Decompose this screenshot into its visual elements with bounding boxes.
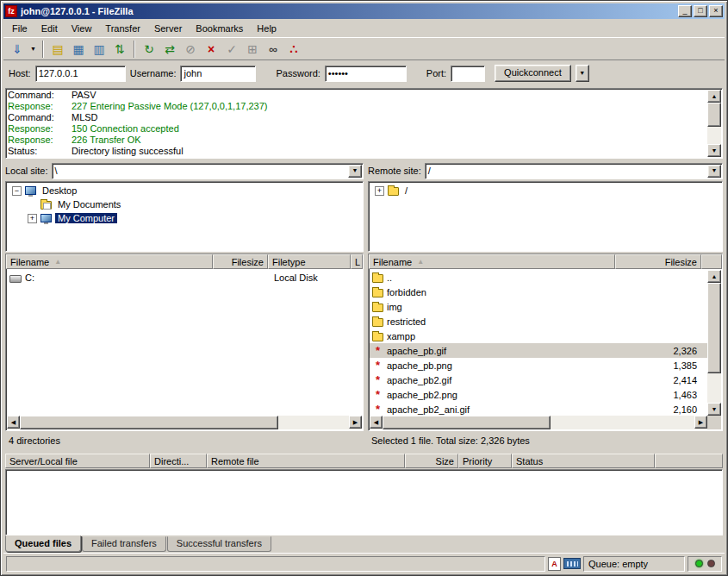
local-site-combo[interactable]: \ ▼ bbox=[52, 163, 364, 179]
column-header-filename[interactable]: Filename▲ bbox=[369, 254, 615, 269]
column-header-filename[interactable]: Filename▲ bbox=[6, 254, 213, 269]
quickconnect-dropdown-button[interactable]: ▼ bbox=[576, 65, 589, 82]
remote-file-row[interactable]: *apache_pb2.png 1,463 bbox=[370, 387, 707, 402]
scroll-right-icon[interactable]: ▶ bbox=[694, 416, 707, 429]
column-header-filesize[interactable]: Filesize bbox=[615, 254, 701, 269]
tab-successful-transfers[interactable]: Successful transfers bbox=[167, 536, 271, 552]
menu-file[interactable]: File bbox=[5, 21, 34, 36]
site-manager-dropdown-button[interactable]: ▼ bbox=[28, 40, 39, 59]
queue-column-server-local-file[interactable]: Server/Local file bbox=[5, 454, 150, 468]
scroll-up-icon[interactable]: ▲ bbox=[707, 90, 721, 103]
scrollbar-thumb[interactable] bbox=[707, 103, 721, 127]
toggle-queue-button[interactable]: ⇅ bbox=[109, 40, 130, 59]
local-file-row[interactable]: C: Local Disk bbox=[7, 270, 362, 285]
menu-view[interactable]: View bbox=[65, 21, 99, 36]
username-label: Username: bbox=[130, 68, 177, 78]
remote-file-row[interactable]: *apache_pb2.gif 2,414 bbox=[370, 373, 707, 387]
scroll-down-icon[interactable]: ▼ bbox=[707, 144, 721, 157]
remote-file-row[interactable]: img bbox=[370, 299, 707, 314]
tree-item-label: / bbox=[402, 185, 410, 196]
collapse-icon[interactable]: − bbox=[12, 186, 22, 196]
queue-column-direction[interactable]: Directi... bbox=[150, 454, 207, 468]
queue-body[interactable] bbox=[5, 469, 723, 535]
remote-vertical-scrollbar[interactable]: ▲ ▼ bbox=[707, 270, 721, 416]
menu-bookmarks[interactable]: Bookmarks bbox=[189, 21, 250, 36]
refresh-button[interactable]: ↻ bbox=[139, 40, 159, 59]
scroll-down-icon[interactable]: ▼ bbox=[707, 403, 721, 416]
make-directory-icon: ⊞ bbox=[247, 43, 258, 55]
remote-site-dropdown-button[interactable]: ▼ bbox=[707, 165, 721, 178]
toggle-local-tree-button[interactable]: ▦ bbox=[68, 40, 89, 59]
remote-file-row[interactable]: *apache_pb2_ani.gif 2,160 bbox=[370, 402, 707, 416]
toggle-message-log-button[interactable]: ▤ bbox=[47, 40, 68, 59]
verify-button[interactable]: ✓ bbox=[221, 40, 242, 59]
cancel-icon: × bbox=[208, 43, 215, 55]
site-manager-button[interactable]: ⇓ bbox=[7, 40, 28, 59]
make-directory-button[interactable]: ⊞ bbox=[242, 40, 263, 59]
filezilla-app-icon: fz bbox=[5, 5, 17, 17]
close-button[interactable]: × bbox=[709, 5, 723, 17]
local-site-dropdown-button[interactable]: ▼ bbox=[348, 165, 362, 178]
host-input[interactable] bbox=[35, 66, 126, 82]
disconnect-button[interactable]: ⊘ bbox=[180, 40, 201, 59]
tree-item-my-documents[interactable]: My Documents bbox=[7, 197, 362, 211]
log-scrollbar[interactable]: ▲ ▼ bbox=[707, 90, 721, 157]
scroll-left-icon[interactable]: ◀ bbox=[370, 416, 383, 429]
remote-file-row[interactable]: .. bbox=[370, 270, 707, 285]
local-horizontal-scrollbar[interactable]: ◀ ▶ bbox=[7, 416, 362, 429]
queue-column-filler bbox=[655, 454, 723, 468]
tree-item-my-computer[interactable]: + My Computer bbox=[7, 211, 362, 225]
menu-server[interactable]: Server bbox=[147, 21, 189, 36]
scrollbar-track[interactable] bbox=[707, 103, 721, 144]
menu-edit[interactable]: Edit bbox=[34, 21, 65, 36]
maximize-button[interactable]: □ bbox=[694, 5, 707, 17]
synchronize-button[interactable]: ∴ bbox=[283, 40, 304, 59]
minimize-button[interactable]: _ bbox=[678, 5, 692, 17]
binary-indicator-icon[interactable] bbox=[563, 558, 581, 569]
remote-file-row[interactable]: xampp bbox=[370, 329, 707, 343]
username-input[interactable] bbox=[180, 66, 256, 82]
remote-site-combo[interactable]: / ▼ bbox=[425, 163, 723, 179]
tree-item-desktop[interactable]: − Desktop bbox=[7, 184, 362, 197]
column-header-last-modified[interactable]: L bbox=[351, 254, 363, 269]
expand-icon[interactable]: + bbox=[28, 214, 37, 223]
tab-queued-files[interactable]: Queued files bbox=[5, 535, 81, 552]
queue-column-status[interactable]: Status bbox=[512, 454, 655, 468]
remote-file-row[interactable]: forbidden bbox=[370, 285, 707, 299]
scrollbar-track[interactable] bbox=[383, 416, 694, 429]
tree-item-root[interactable]: + / bbox=[370, 184, 721, 197]
column-label: Filetype bbox=[272, 257, 306, 267]
scrollbar-thumb[interactable] bbox=[20, 416, 278, 429]
column-header-filesize[interactable]: Filesize bbox=[213, 254, 268, 269]
menu-transfer[interactable]: Transfer bbox=[98, 21, 147, 36]
queue-column-priority[interactable]: Priority bbox=[458, 454, 512, 468]
find-button[interactable]: ∞ bbox=[263, 40, 283, 59]
scroll-up-icon[interactable]: ▲ bbox=[707, 270, 721, 283]
tab-label: Failed transfers bbox=[91, 538, 157, 548]
scrollbar-thumb[interactable] bbox=[707, 283, 721, 373]
transfer-type-icon[interactable]: A bbox=[548, 557, 561, 571]
queue-column-size[interactable]: Size bbox=[405, 454, 458, 468]
scroll-right-icon[interactable]: ▶ bbox=[349, 416, 362, 429]
cancel-button[interactable]: × bbox=[201, 40, 221, 59]
column-header-filetype[interactable]: Filetype bbox=[268, 254, 351, 269]
file-name: restricted bbox=[387, 316, 426, 327]
password-input[interactable] bbox=[325, 66, 407, 82]
remote-file-row-selected[interactable]: *apache_pb.gif 2,326 bbox=[370, 343, 707, 358]
scroll-left-icon[interactable]: ◀ bbox=[7, 416, 20, 429]
scrollbar-track[interactable] bbox=[707, 283, 721, 403]
expand-icon[interactable]: + bbox=[375, 186, 384, 196]
scrollbar-thumb[interactable] bbox=[383, 416, 551, 429]
remote-horizontal-scrollbar[interactable]: ◀ ▶ bbox=[370, 416, 707, 429]
tab-failed-transfers[interactable]: Failed transfers bbox=[82, 536, 166, 552]
quickconnect-button[interactable]: Quickconnect bbox=[495, 65, 571, 82]
titlebar[interactable]: fz john@127.0.0.1 - FileZilla _ □ × bbox=[3, 3, 725, 19]
queue-column-remote-file[interactable]: Remote file bbox=[207, 454, 405, 468]
toggle-remote-tree-button[interactable]: ▥ bbox=[89, 40, 109, 59]
menu-help[interactable]: Help bbox=[250, 21, 283, 36]
process-queue-button[interactable]: ⇄ bbox=[159, 40, 180, 59]
port-input[interactable] bbox=[451, 66, 485, 82]
remote-file-row[interactable]: restricted bbox=[370, 314, 707, 329]
scrollbar-track[interactable] bbox=[20, 416, 349, 429]
remote-file-row[interactable]: *apache_pb.png 1,385 bbox=[370, 358, 707, 373]
